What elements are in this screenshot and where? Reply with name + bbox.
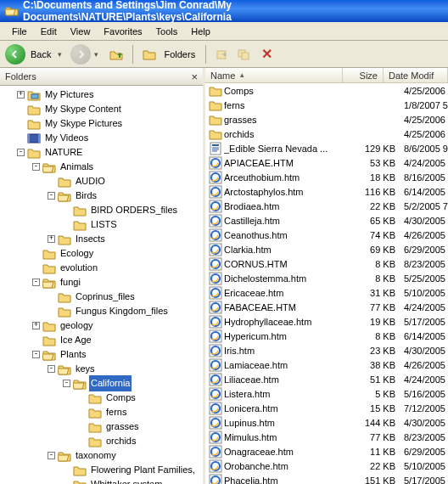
move-to-icon: [216, 48, 229, 61]
back-dropdown-icon[interactable]: ▾: [58, 50, 67, 59]
file-name: Onagraceae.htm: [224, 447, 356, 457]
expand-icon[interactable]: +: [48, 235, 55, 243]
tree-item[interactable]: +Comps: [2, 391, 203, 405]
list-item[interactable]: Arctostaphylos.htm116 KB6/14/2005: [205, 184, 448, 199]
tree-item[interactable]: +Flowering Plant Families,: [2, 463, 203, 477]
tree-item[interactable]: +My Videos: [2, 131, 203, 145]
list-item[interactable]: Onagraceae.htm11 KB6/29/2005: [205, 444, 448, 459]
tree-item[interactable]: +grasses: [2, 419, 203, 434]
list-item[interactable]: Clarkia.htm69 KB6/29/2005: [205, 242, 448, 256]
list-item[interactable]: Lupinus.htm144 KB4/30/2005: [205, 415, 448, 430]
tree-item[interactable]: +My Skype Content: [2, 102, 203, 116]
expand-icon[interactable]: +: [32, 322, 40, 329]
list-item[interactable]: Listera.htm5 KB5/16/2005: [205, 386, 448, 401]
tree-item[interactable]: +BIRD ORDERS_files: [2, 203, 203, 217]
list-item[interactable]: orchids4/25/2006: [205, 127, 448, 141]
collapse-icon[interactable]: -: [32, 279, 40, 286]
back-button[interactable]: [5, 44, 25, 65]
up-button[interactable]: [107, 45, 126, 64]
move-to-button[interactable]: [213, 45, 232, 64]
list-item[interactable]: _Edible Sierra Nevada ...129 KB8/6/2005 …: [205, 141, 448, 155]
tree-item[interactable]: -keys: [2, 362, 203, 376]
list-item[interactable]: Orobanche.htm22 KB5/10/2005: [205, 459, 448, 473]
collapse-icon[interactable]: -: [63, 380, 70, 387]
menu-edit[interactable]: Edit: [34, 25, 64, 38]
list-item[interactable]: FABACEAE.HTM77 KB4/24/2005: [205, 300, 448, 314]
list-item[interactable]: Lonicera.htm15 KB7/12/2005: [205, 401, 448, 415]
file-list-pane: Name ▲ Size Date Modif Comps4/25/2006fer…: [205, 68, 448, 484]
column-header-name[interactable]: Name ▲: [205, 68, 343, 82]
list-item[interactable]: CORNUS.HTM8 KB8/23/2005: [205, 256, 448, 271]
list-item[interactable]: Ericaceae.htm31 KB5/10/2005: [205, 285, 448, 300]
ie-icon: [209, 373, 222, 386]
expand-icon: +: [78, 423, 86, 431]
collapse-icon[interactable]: -: [32, 163, 40, 171]
tree-item[interactable]: +ferns: [2, 405, 203, 419]
tree-item[interactable]: +LISTS: [2, 217, 203, 232]
file-size: 116 KB: [356, 187, 399, 197]
column-header-date[interactable]: Date Modif: [384, 68, 448, 82]
list-item[interactable]: Castilleja.htm65 KB4/30/2005: [205, 213, 448, 228]
list-item[interactable]: grasses4/25/2006: [205, 112, 448, 127]
tree-item[interactable]: +Ecology: [2, 246, 203, 261]
menu-help[interactable]: Help: [184, 25, 217, 38]
tree-item[interactable]: +Insects: [2, 232, 203, 246]
folders-button-icon[interactable]: [140, 45, 159, 64]
list-item[interactable]: Hydrophyllaceae.htm19 KB5/17/2005: [205, 314, 448, 329]
list-item[interactable]: Iris.htm23 KB4/30/2005: [205, 343, 448, 357]
folders-button-label[interactable]: Folders: [162, 49, 199, 59]
ie-icon: [209, 344, 222, 357]
tree-item[interactable]: +Coprinus_files: [2, 290, 203, 304]
tree-item[interactable]: +Ice Age: [2, 333, 203, 347]
delete-button[interactable]: ✕: [257, 45, 276, 64]
list-item[interactable]: Lamiaceae.htm38 KB4/26/2005: [205, 357, 448, 372]
file-date: 4/24/2005: [399, 158, 448, 168]
tree-item[interactable]: -Birds: [2, 189, 203, 203]
collapse-icon[interactable]: -: [48, 365, 55, 373]
tree-item[interactable]: -NATURE: [2, 145, 203, 160]
expand-icon[interactable]: +: [17, 91, 25, 98]
folders-pane-close[interactable]: ×: [191, 70, 198, 83]
list-item[interactable]: Brodiaea.htm22 KB5/2/2005 7: [205, 199, 448, 213]
menu-tools[interactable]: Tools: [149, 25, 185, 38]
tree-item[interactable]: -Animals: [2, 160, 203, 174]
list-item[interactable]: Comps4/25/2006: [205, 83, 448, 98]
list-item[interactable]: Arceuthobium.htm18 KB8/16/2005: [205, 170, 448, 184]
copy-to-button[interactable]: [235, 45, 254, 64]
collapse-icon[interactable]: -: [48, 192, 55, 200]
tree-item[interactable]: +orchids: [2, 434, 203, 448]
tree-item[interactable]: -California: [2, 376, 203, 391]
list-item[interactable]: Mimulus.htm77 KB8/23/2005: [205, 430, 448, 444]
tree-item[interactable]: +geology: [2, 318, 203, 333]
column-header-size[interactable]: Size: [343, 68, 384, 82]
tree-item[interactable]: +My Pictures: [2, 87, 203, 102]
tree-item[interactable]: +Fungus Kingdom_files: [2, 304, 203, 318]
tree-item[interactable]: +AUDIO: [2, 174, 203, 189]
folder-tree[interactable]: +My Pictures+My Skype Content+My Skype P…: [0, 86, 203, 484]
forward-button[interactable]: [70, 44, 91, 65]
list-item[interactable]: Ceanothus.htm74 KB4/26/2005: [205, 228, 448, 242]
list-item[interactable]: Phacelia.htm151 KB5/17/2005: [205, 473, 448, 484]
menu-favorites[interactable]: Favorites: [97, 25, 148, 38]
collapse-icon[interactable]: -: [17, 149, 25, 156]
tree-item[interactable]: -Plants: [2, 347, 203, 362]
tree-item[interactable]: +My Skype Pictures: [2, 116, 203, 131]
ie-icon: [209, 257, 222, 271]
file-name: FABACEAE.HTM: [224, 302, 356, 312]
tree-item[interactable]: -taxonomy: [2, 448, 203, 463]
collapse-icon[interactable]: -: [48, 452, 55, 459]
forward-dropdown-icon[interactable]: ▾: [94, 50, 104, 59]
tree-item[interactable]: +Whittaker system: [2, 477, 203, 484]
tree-item[interactable]: -fungi: [2, 275, 203, 290]
list-item[interactable]: ferns1/8/2007 5: [205, 98, 448, 112]
list-item[interactable]: Liliaceae.htm51 KB4/24/2005: [205, 372, 448, 386]
menu-view[interactable]: View: [64, 25, 98, 38]
file-list[interactable]: Comps4/25/2006ferns1/8/2007 5grasses4/25…: [205, 83, 448, 484]
back-label[interactable]: Back: [29, 49, 54, 59]
list-item[interactable]: APIACEAE.HTM53 KB4/24/2005: [205, 155, 448, 170]
collapse-icon[interactable]: -: [32, 351, 40, 358]
tree-item[interactable]: +evolution: [2, 261, 203, 275]
list-item[interactable]: Dichelostemma.htm8 KB5/25/2005: [205, 271, 448, 285]
menu-file[interactable]: File: [5, 25, 34, 38]
list-item[interactable]: Hypericum.htm8 KB6/14/2005: [205, 329, 448, 343]
